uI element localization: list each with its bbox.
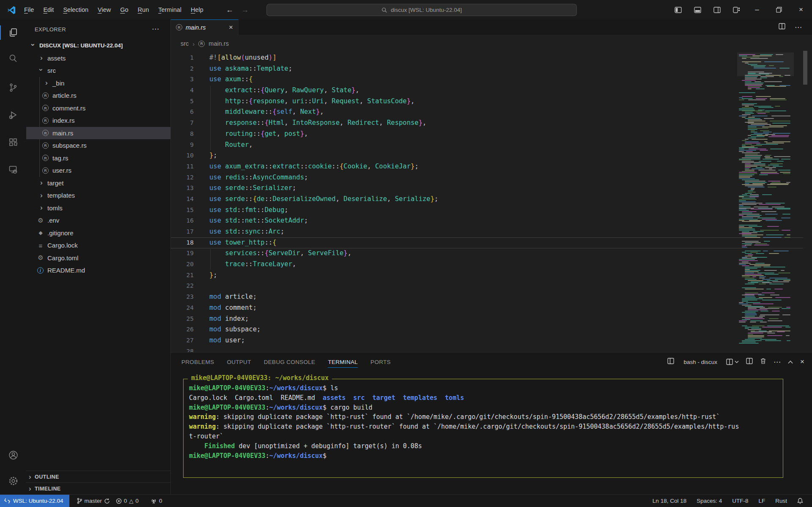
tree-item-label: DISCUX [WSL: UBUNTU-22.04] (39, 42, 123, 49)
indentation-item[interactable]: Spaces: 4 (694, 498, 725, 504)
tree-item--bin[interactable]: ›_bin (26, 77, 170, 90)
panel-tab-problems[interactable]: PROBLEMS (181, 353, 214, 371)
extensions-icon[interactable] (0, 132, 26, 152)
customize-layout-icon[interactable] (727, 0, 746, 19)
file-tree: ›DISCUX [WSL: UBUNTU-22.04]›assets›src›_… (26, 39, 170, 277)
breadcrumb-main-rs[interactable]: main.rs (208, 40, 229, 47)
tree-item--env[interactable]: ⚙.env (26, 214, 170, 227)
tree-item-src[interactable]: ›src (26, 64, 170, 77)
source-control-icon[interactable] (0, 78, 26, 97)
explorer-more-actions-icon[interactable]: ⋯ (152, 25, 159, 33)
notifications-bell-icon[interactable] (794, 498, 806, 504)
tab-main-rs[interactable]: R main.rs × (171, 19, 239, 35)
minimap-slider[interactable] (737, 52, 794, 76)
menu-edit[interactable]: Edit (38, 4, 58, 15)
tree-item-index-rs[interactable]: Rindex.rs (26, 114, 170, 127)
tree-item-label: tag.rs (52, 154, 69, 162)
restore-button[interactable] (768, 0, 790, 19)
tree-item-templates[interactable]: ›templates (26, 189, 170, 202)
tree-item-label: user.rs (52, 167, 71, 174)
toggle-secondary-sidebar-icon[interactable] (707, 0, 727, 19)
code-line-28: 28 (171, 346, 812, 352)
minimap[interactable] (737, 52, 794, 346)
terminal-view[interactable]: mike@LAPTOP-04V0EV33: ~/works/discux mik… (171, 371, 812, 480)
tab-close-icon[interactable]: × (228, 23, 234, 32)
menu-terminal[interactable]: Terminal (154, 4, 186, 15)
minimize-button[interactable]: – (746, 0, 768, 19)
back-arrow-icon[interactable]: ← (226, 6, 233, 14)
rust-file-icon: R (42, 155, 49, 161)
tree-item-main-rs[interactable]: Rmain.rs (26, 127, 170, 140)
menu-help[interactable]: Help (186, 4, 208, 15)
tree-item-cargo-toml[interactable]: ⚙Cargo.toml (26, 252, 170, 265)
error-count: 0 (124, 498, 127, 504)
close-window-button[interactable]: × (790, 0, 812, 19)
menu-run[interactable]: Run (133, 4, 154, 15)
panel-tab-ports[interactable]: PORTS (370, 353, 391, 371)
new-terminal-icon[interactable] (726, 358, 739, 365)
code-line-16: 16use std::net::SocketAddr; (171, 215, 812, 226)
tree-item-target[interactable]: ›target (26, 177, 170, 190)
panel-tab-terminal[interactable]: TERMINAL (328, 353, 358, 371)
problems-item[interactable]: 0 △ 0 (113, 498, 142, 504)
toggle-sidebar-icon[interactable] (668, 0, 688, 19)
run-debug-icon[interactable] (0, 105, 26, 125)
search-sidebar-icon[interactable] (0, 49, 26, 68)
code-editor[interactable]: 1#![allow(unused)]2use askama::Template;… (171, 52, 812, 352)
tree-item-cargo-lock[interactable]: ≡Cargo.lock (26, 239, 170, 252)
ports-item[interactable]: 0 (148, 498, 165, 504)
tree-item-subspace-rs[interactable]: Rsubspace.rs (26, 139, 170, 152)
breadcrumb[interactable]: src › R main.rs (181, 35, 229, 52)
cursor-position-item[interactable]: Ln 18, Col 18 (650, 498, 689, 504)
tree-item-article-rs[interactable]: Rarticle.rs (26, 89, 170, 102)
search-value: discux [WSL: Ubuntu-22.04] (391, 7, 462, 13)
language-mode-item[interactable]: Rust (772, 498, 790, 504)
terminal-line-7: Finished dev [unoptimized + debuginfo] t… (189, 441, 780, 451)
panel-more-actions-icon[interactable]: ⋯ (774, 358, 781, 366)
command-center-search[interactable]: discux [WSL: Ubuntu-22.04] (266, 4, 577, 16)
tree-item-user-rs[interactable]: Ruser.rs (26, 164, 170, 177)
chevron-right-icon: › (192, 40, 195, 47)
menu-go[interactable]: Go (115, 4, 133, 15)
encoding-item[interactable]: UTF-8 (729, 498, 751, 504)
split-editor-icon[interactable] (779, 23, 785, 31)
tree-item-comment-rs[interactable]: Rcomment.rs (26, 102, 170, 115)
tree-item-discux-wsl-ubuntu-22-04-[interactable]: ›DISCUX [WSL: UBUNTU-22.04] (26, 39, 170, 52)
tree-item-readme-md[interactable]: iREADME.md (26, 264, 170, 277)
settings-gear-icon[interactable] (0, 471, 26, 490)
panel-tab-debug-console[interactable]: DEBUG CONSOLE (264, 353, 315, 371)
tree-item-tag-rs[interactable]: Rtag.rs (26, 152, 170, 165)
split-terminal-icon[interactable] (746, 358, 753, 366)
account-icon[interactable] (0, 445, 26, 465)
menu-view[interactable]: View (93, 4, 115, 15)
tree-item--gitignore[interactable]: ◆.gitignore (26, 227, 170, 240)
outline-section[interactable]: › OUTLINE (26, 471, 170, 482)
breadcrumb-src[interactable]: src (181, 40, 189, 47)
editor-scrollbar[interactable] (803, 51, 807, 85)
outline-label: OUTLINE (35, 474, 59, 480)
panel-tab-output[interactable]: OUTPUT (227, 353, 251, 371)
remote-explorer-icon[interactable] (0, 160, 26, 179)
kill-terminal-icon[interactable] (760, 358, 766, 366)
close-panel-icon[interactable]: × (800, 358, 804, 366)
editor-more-actions-icon[interactable]: ⋯ (795, 23, 802, 32)
tree-item-label: article.rs (52, 92, 77, 99)
tree-item-tomls[interactable]: ›tomls (26, 202, 170, 215)
zellij-pane-frame: mike@LAPTOP-04V0EV33: ~/works/discux mik… (183, 379, 783, 478)
explorer-icon[interactable] (0, 23, 26, 42)
menu-file[interactable]: File (19, 4, 38, 15)
terminal-instance-label[interactable]: bash - discux (684, 359, 718, 365)
tree-item-assets[interactable]: ›assets (26, 52, 170, 65)
eol-item[interactable]: LF (755, 498, 768, 504)
toggle-panel-icon[interactable] (688, 0, 707, 19)
forward-arrow-icon[interactable]: → (241, 6, 249, 14)
git-branch-item[interactable]: master (74, 498, 113, 504)
status-bar: WSL: Ubuntu-22.04 master 0 △ 0 0 Ln 18, … (0, 494, 812, 507)
code-line-8: 8 routing::{get, post}, (171, 129, 812, 140)
maximize-panel-icon[interactable] (788, 358, 793, 366)
chevron-right-icon: › (45, 79, 48, 86)
timeline-section[interactable]: › TIMELINE (26, 482, 170, 494)
menu-selection[interactable]: Selection (58, 4, 93, 15)
remote-indicator[interactable]: WSL: Ubuntu-22.04 (0, 495, 69, 507)
tree-item-label: templates (47, 192, 75, 199)
